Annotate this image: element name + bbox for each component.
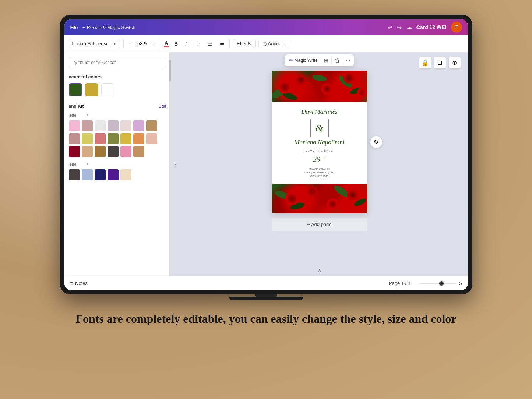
zoom-level: 5 (459, 280, 462, 286)
wedding-card[interactable]: Davi Martinez & Mariana Napolitani SAVE … (272, 71, 367, 213)
palette-color[interactable] (120, 133, 131, 144)
screen: File Resize & Magic Switch ↩ ↪ ☁ Card 12… (64, 19, 468, 290)
palette-color[interactable] (82, 146, 93, 157)
canvas-actions: 🔒 ⊞ ⊕ (419, 57, 461, 68)
cloud-save-icon[interactable]: ☁ (406, 24, 412, 31)
svg-text:+: + (323, 155, 327, 160)
add-page-button[interactable]: + Add page (272, 218, 367, 231)
left-nav-arrow[interactable]: ‹ (175, 160, 177, 168)
popup-copy-button[interactable]: ⊞ (324, 57, 328, 63)
palette-color[interactable] (108, 120, 119, 131)
italic-button[interactable]: I (183, 39, 189, 48)
caption-text: Fonts are completely editable, you can e… (76, 312, 457, 325)
palette-2-colors (69, 169, 166, 180)
palette-row-2: lette ✦ (69, 162, 166, 166)
bold-button[interactable]: B (172, 39, 180, 48)
palette-color[interactable] (69, 133, 80, 144)
lock-button[interactable]: 🔒 (419, 57, 431, 68)
popup-toolbar: ✏ Magic Write ⊞ 🗑 ··· (285, 54, 354, 66)
canvas-area: 🔒 ⊞ ⊕ ‹ ✏ Magic Write ⊞ (171, 52, 468, 276)
svg-point-29 (309, 188, 316, 195)
svg-point-27 (290, 197, 294, 201)
palette-color[interactable] (120, 146, 131, 157)
palette-fav-icon: ✦ (86, 113, 89, 117)
palette-2-fav-icon: ✦ (86, 162, 89, 166)
align-center-button[interactable]: ≡ (195, 39, 202, 48)
palette-1-colors (69, 120, 166, 157)
svg-point-4 (311, 74, 327, 82)
topbar: File Resize & Magic Switch ↩ ↪ ☁ Card 12… (64, 19, 468, 35)
svg-point-18 (359, 90, 365, 96)
palette-color[interactable] (133, 146, 144, 157)
doc-color-2[interactable] (85, 83, 98, 96)
brand-kit-header: and Kit Edit (69, 104, 166, 109)
decrease-font-size-button[interactable]: − (127, 39, 134, 48)
palette-color[interactable] (82, 120, 93, 131)
card-name1: Davi Martinez (276, 108, 363, 116)
increase-font-size-button[interactable]: + (150, 39, 158, 48)
palette-color[interactable] (69, 169, 80, 180)
effects-button[interactable]: Effects (233, 39, 256, 48)
bullet-list-button[interactable]: ☰ (205, 39, 215, 48)
palette-color[interactable] (82, 169, 93, 180)
palette-color[interactable] (95, 120, 106, 131)
list-indent-button[interactable]: ⇌ (218, 39, 226, 48)
color-search-input[interactable] (69, 57, 166, 68)
redo-button[interactable]: ↪ (397, 24, 402, 31)
palette-color[interactable] (133, 120, 144, 131)
popup-delete-button[interactable]: 🗑 (335, 57, 340, 63)
notes-button[interactable]: ≡ Notes (70, 280, 88, 286)
status-bar: ≡ Notes Page 1 / 1 5 (64, 276, 468, 290)
scrollbar-thumb[interactable] (169, 60, 171, 82)
palette-color[interactable] (69, 146, 80, 157)
bottom-chevron-icon[interactable]: ∧ (318, 267, 321, 273)
palette-color[interactable] (108, 146, 119, 157)
notes-label: Notes (75, 280, 88, 286)
popup-more-button[interactable]: ··· (346, 57, 350, 63)
avatar[interactable]: IT (451, 22, 462, 33)
palette-color[interactable] (133, 133, 144, 144)
palette-color[interactable] (95, 133, 106, 144)
rotate-handle[interactable]: ↻ (370, 136, 382, 148)
palette-color[interactable] (146, 120, 157, 131)
file-menu[interactable]: File (70, 25, 78, 30)
resize-magic-switch[interactable]: Resize & Magic Switch (82, 25, 135, 30)
doc-color-3[interactable] (101, 83, 114, 96)
zoom-slider[interactable] (419, 283, 456, 284)
main-area: ocument colors and Kit Edit lette ✦ (64, 52, 468, 276)
palette-color[interactable] (69, 120, 80, 131)
palette-color[interactable] (120, 120, 131, 131)
palette-color[interactable] (95, 169, 106, 180)
copy-button[interactable]: ⊞ (434, 57, 446, 68)
font-selector[interactable]: Lucian Schoensc... ▾ (69, 39, 120, 48)
palette-color[interactable] (146, 133, 157, 144)
palette-color[interactable] (108, 169, 119, 180)
palette-color[interactable] (120, 169, 131, 180)
palette-color[interactable] (82, 133, 93, 144)
font-color-button[interactable]: A (164, 40, 169, 47)
popup-divider (321, 57, 321, 64)
divider (123, 39, 124, 48)
card-time: 8:30AM-20:00PM (276, 167, 363, 170)
undo-button[interactable]: ↩ (388, 24, 392, 31)
palette-row-1: lette ✦ (69, 113, 166, 117)
palette-color[interactable] (95, 146, 106, 157)
brand-kit-edit-button[interactable]: Edit (159, 104, 166, 109)
ampersand-box: & (310, 119, 329, 137)
magic-write-label: Magic Write (295, 58, 318, 63)
expand-button[interactable]: ⊕ (449, 57, 461, 68)
format-bar: Lucian Schoensc... ▾ − 58.9 + A B I ≡ ☰ … (64, 35, 468, 52)
save-date-label: SAVE THE DATE (276, 149, 363, 152)
divider2 (161, 39, 161, 48)
palette-color[interactable] (108, 133, 119, 144)
magic-write-icon: ✏ (289, 57, 293, 63)
zoom-thumb[interactable] (439, 281, 444, 286)
scrollbar (169, 52, 171, 276)
magic-write-button[interactable]: ✏ Magic Write (289, 57, 318, 63)
document-colors (69, 83, 166, 96)
animate-button[interactable]: ◎ Animate (258, 39, 290, 48)
font-size-value: 58.9 (135, 41, 149, 46)
doc-color-1[interactable] (69, 83, 82, 96)
font-color-letter: A (165, 40, 168, 46)
svg-point-7 (282, 85, 287, 89)
